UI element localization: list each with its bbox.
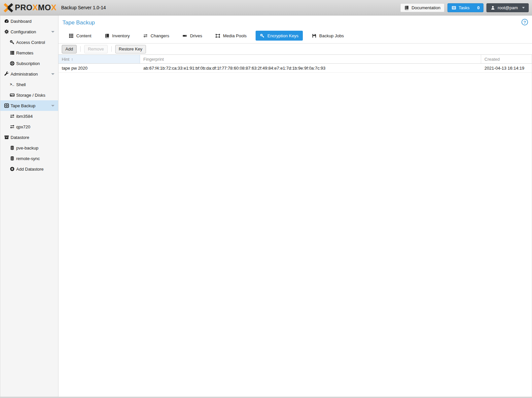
- exchange-icon: [9, 124, 15, 129]
- sidebar-item-remotes[interactable]: Remotes: [0, 48, 58, 58]
- exchange-icon: [9, 114, 15, 119]
- plus-circle-icon: [9, 166, 15, 172]
- grid-toolbar: Add Remove Restore Key: [58, 44, 532, 54]
- column-label: Created: [484, 57, 500, 62]
- sidebar-item-label: Administration: [11, 72, 38, 77]
- top-header-bar: PROXMOX Backup Server 1.0-14 Documentati…: [0, 0, 532, 16]
- tab-strip: Content Inventory Changers Drives Media …: [64, 31, 532, 43]
- tab-label: Inventory: [112, 33, 130, 38]
- key-icon: [260, 33, 265, 38]
- table-row[interactable]: tape pw 2020 ab:67:f4:1b:72:ca:33:e1:91:…: [58, 64, 532, 73]
- list-icon: [9, 50, 15, 55]
- help-icon[interactable]: ?: [521, 19, 528, 25]
- exchange-icon: [143, 33, 148, 38]
- tab-encryption-keys[interactable]: Encryption Keys: [256, 31, 303, 41]
- sidebar-item-administration[interactable]: Administration: [0, 69, 58, 79]
- sidebar-item-configuration[interactable]: Configuration: [0, 26, 58, 37]
- sidebar-item-datastore[interactable]: Datastore: [0, 132, 58, 143]
- wordmark-part: PRO: [15, 3, 33, 12]
- sidebar-item-label: Datastore: [11, 135, 29, 140]
- drive-icon: [182, 33, 187, 38]
- sidebar-item-label: Configuration: [11, 29, 36, 34]
- wordmark-part: MO: [38, 3, 51, 12]
- sidebar-item-shell[interactable]: >_ Shell: [0, 79, 58, 90]
- toolbar-separator: [80, 46, 81, 52]
- save-icon: [312, 33, 317, 38]
- table-body: tape pw 2020 ab:67:f4:1b:72:ca:33:e1:91:…: [58, 64, 532, 397]
- column-header-created[interactable]: Created: [481, 55, 532, 63]
- collapse-caret-icon[interactable]: [51, 31, 54, 33]
- tab-label: Drives: [190, 33, 202, 38]
- sidebar-item-subscription[interactable]: Subscription: [0, 58, 58, 69]
- sidebar-item-label: Dashboard: [11, 19, 32, 24]
- sidebar-item-label: pve-backup: [16, 146, 38, 150]
- tab-content[interactable]: Content: [64, 31, 96, 41]
- cell-created: 2021-04-13 16:14:19: [481, 64, 532, 72]
- column-label: Hint: [62, 57, 69, 62]
- sidebar-item-label: Remotes: [16, 50, 33, 55]
- documentation-label: Documentation: [411, 5, 440, 10]
- restore-key-button[interactable]: Restore Key: [115, 45, 146, 53]
- sidebar-item-label: Add Datastore: [16, 167, 44, 172]
- column-label: Fingerprint: [143, 57, 164, 62]
- sidebar-item-access-control[interactable]: Access Control: [0, 37, 58, 48]
- wrench-icon: [4, 71, 9, 77]
- tape-icon: [4, 103, 9, 108]
- sidebar-item-label: Shell: [16, 82, 26, 87]
- remove-button: Remove: [84, 45, 107, 53]
- sidebar-item-label: remote-sync: [16, 156, 40, 161]
- terminal-icon: >_: [9, 83, 15, 86]
- cell-fingerprint: ab:67:f4:1b:72:ca:33:e1:91:bf:0b:da:df:1…: [140, 64, 481, 72]
- tab-drives[interactable]: Drives: [178, 31, 206, 41]
- dashboard-icon: [4, 18, 9, 24]
- gears-icon: [4, 29, 9, 34]
- collapse-caret-icon[interactable]: [51, 105, 54, 107]
- sidebar-item-dashboard[interactable]: Dashboard: [0, 16, 58, 26]
- sidebar-item-qpx720[interactable]: qpx720: [0, 121, 58, 132]
- tasks-list-icon: [451, 5, 456, 10]
- sidebar-item-add-datastore[interactable]: Add Datastore: [0, 164, 58, 174]
- table-header-row: Hint ↑ Fingerprint Created: [58, 54, 532, 64]
- archive-icon: [4, 135, 9, 140]
- tab-media-pools[interactable]: Media Pools: [211, 31, 251, 41]
- tasks-label: Tasks: [459, 5, 470, 10]
- wordmark-part: X: [51, 3, 57, 12]
- sidebar-item-label: qpx720: [16, 124, 30, 129]
- sidebar-item-label: Subscription: [16, 61, 40, 66]
- tab-changers[interactable]: Changers: [139, 31, 173, 41]
- page-title: Tape Backup: [62, 19, 528, 26]
- tab-label: Backup Jobs: [319, 33, 344, 38]
- column-header-fingerprint[interactable]: Fingerprint: [140, 55, 481, 63]
- add-button[interactable]: Add: [62, 45, 77, 53]
- sidebar-item-pve-backup[interactable]: pve-backup: [0, 143, 58, 153]
- sidebar-item-label: Access Control: [16, 40, 45, 45]
- app-title: Backup Server 1.0-14: [61, 5, 106, 10]
- tab-label: Changers: [151, 33, 169, 38]
- tab-backup-jobs[interactable]: Backup Jobs: [307, 31, 348, 41]
- sidebar-item-storage-disks[interactable]: Storage / Disks: [0, 90, 58, 100]
- documentation-button[interactable]: Documentation: [400, 3, 444, 12]
- toolbar-separator: [111, 46, 112, 52]
- user-menu-button[interactable]: root@pam: [486, 3, 529, 12]
- sidebar-nav: Dashboard Configuration Access Control R…: [0, 16, 58, 397]
- chevron-down-icon: [522, 7, 525, 9]
- content-panel: Tape Backup ? Content Inventory Changers: [58, 16, 532, 397]
- user-icon: [490, 5, 495, 10]
- user-label: root@pam: [498, 5, 518, 10]
- database-icon: [9, 156, 15, 161]
- collapse-caret-icon[interactable]: [51, 73, 54, 75]
- column-header-hint[interactable]: Hint ↑: [58, 55, 140, 63]
- cell-hint: tape pw 2020: [58, 64, 140, 72]
- proxmox-x-logo-icon: [3, 3, 14, 13]
- tab-inventory[interactable]: Inventory: [100, 31, 134, 41]
- tab-label: Encryption Keys: [267, 33, 299, 38]
- sidebar-item-remote-sync[interactable]: remote-sync: [0, 153, 58, 164]
- sort-asc-icon: ↑: [71, 57, 73, 62]
- tasks-button[interactable]: Tasks 0: [447, 3, 483, 12]
- sidebar-item-tape-backup[interactable]: Tape Backup: [0, 100, 58, 111]
- proxmox-wordmark: PROXMOX: [15, 3, 56, 12]
- object-group-icon: [215, 33, 220, 38]
- proxmox-logo: PROXMOX: [3, 3, 56, 13]
- sidebar-item-ibm3584[interactable]: ibm3584: [0, 111, 58, 121]
- sidebar-item-label: Storage / Disks: [16, 93, 45, 98]
